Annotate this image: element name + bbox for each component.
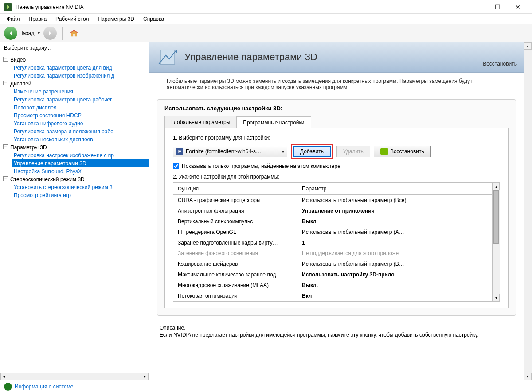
table-row[interactable]: Максимальное количество заранее под…Испо… (173, 269, 492, 280)
forward-button[interactable] (43, 27, 57, 40)
cell-parameter: Использовать глобальный параметр (В… (297, 259, 492, 269)
toolbar-divider (62, 27, 63, 40)
close-button[interactable]: ✕ (508, 0, 528, 14)
tree-item[interactable]: Поворот дисплея (12, 104, 149, 112)
restore-button[interactable]: Восстановить (374, 146, 431, 157)
description-block: Описание. Если NVIDIA не предлагает наст… (149, 319, 524, 343)
table-row[interactable]: Вертикальный синхроимпульсВыкл (173, 216, 492, 227)
content-scroll-track[interactable] (524, 50, 532, 373)
page-header: Управление параметрами 3D Восстановить (149, 42, 524, 73)
table-row[interactable]: CUDA - графические процессорыИспользоват… (173, 195, 492, 206)
show-only-checkbox[interactable] (173, 163, 179, 169)
tree-toggle[interactable]: − (3, 57, 8, 62)
table-row[interactable]: Многокадровое сглаживание (MFAA)Выкл. (173, 280, 492, 291)
scroll-down-arrow[interactable]: ▾ (493, 294, 500, 301)
tree-item[interactable]: Установка нескольких дисплеев (12, 136, 149, 144)
menu-params3d[interactable]: Параметры 3D (93, 15, 139, 23)
description-body: Если NVIDIA не предлагает настройки для … (160, 332, 513, 338)
scroll-left-arrow[interactable]: ◂ (0, 373, 8, 380)
menu-help[interactable]: Справка (139, 15, 168, 23)
scroll-thumb[interactable] (493, 190, 499, 244)
settings-box-title: Использовать следующие настройки 3D: (164, 105, 509, 112)
col-header-parameter[interactable]: Параметр (297, 183, 492, 194)
settings-table-main: Функция Параметр CUDA - графические проц… (173, 183, 492, 301)
tree-toggle[interactable]: − (3, 176, 8, 181)
cell-function: Вертикальный синхроимпульс (173, 216, 297, 227)
page-title: Управление параметрами 3D (184, 51, 483, 63)
menu-desktop[interactable]: Рабочий стол (51, 15, 93, 23)
tree-item[interactable]: Просмотр состояния HDCP (12, 112, 149, 120)
back-dropdown-arrow[interactable]: ▾ (36, 31, 42, 35)
menubar: Файл Правка Рабочий стол Параметры 3D Сп… (0, 14, 532, 24)
tab-program[interactable]: Программные настройки (236, 116, 311, 128)
cell-function: Затенение фонового освещения (173, 248, 297, 259)
cell-function: Максимальное количество заранее под… (173, 269, 297, 280)
content-scroll-up[interactable]: ▴ (524, 42, 532, 50)
page-description: Глобальные параметры 3D можно заменить и… (149, 73, 524, 96)
tree-group: −ДисплейИзменение разрешенияРегулировка … (0, 80, 149, 144)
step2-label: 2. Укажите настройки для этой программы: (173, 174, 500, 180)
remove-button: Удалить (336, 146, 370, 157)
tree-item[interactable]: Изменение разрешения (12, 88, 149, 96)
scroll-track[interactable] (8, 373, 141, 380)
cell-parameter: Вкл (297, 291, 492, 301)
system-info-link[interactable]: Информация о системе (15, 384, 73, 390)
tree-toggle[interactable]: − (3, 144, 8, 149)
program-row: F Fortnite (fortniteclient-win64-s… ▾ До… (173, 144, 500, 159)
description-title: Описание. (160, 325, 513, 331)
home-button[interactable] (68, 27, 80, 39)
restore-link[interactable]: Восстановить (483, 61, 517, 69)
menu-edit[interactable]: Правка (24, 15, 51, 23)
main: Выберите задачу... −ВидеоРегулировка пар… (0, 42, 532, 380)
cell-function: Кэширование шейдеров (173, 259, 297, 269)
cell-parameter: Управление от приложения (297, 206, 492, 216)
add-button[interactable]: Добавить (293, 146, 331, 157)
table-row[interactable]: Заранее подготовленные кадры вирту…1 (173, 237, 492, 248)
minimize-button[interactable]: — (467, 0, 487, 14)
cell-parameter: Использовать глобальный параметр (A… (297, 227, 492, 237)
menu-file[interactable]: Файл (2, 15, 24, 23)
scroll-track[interactable] (493, 244, 500, 294)
tree-group-label[interactable]: Дисплей (0, 80, 149, 88)
col-header-function[interactable]: Функция (173, 183, 297, 194)
back-button[interactable] (4, 27, 17, 40)
sidebar-h-scrollbar: ◂ ▸ (0, 373, 149, 380)
tree-toggle[interactable]: − (3, 81, 8, 85)
cell-function: Анизотропная фильтрация (173, 206, 297, 216)
tree-group-label[interactable]: Стереоскопический режим 3D (0, 175, 149, 183)
tree-group-label[interactable]: Параметры 3D (0, 144, 149, 151)
tree-item[interactable]: Регулировка настроек изображения с пр (12, 151, 149, 159)
content: Управление параметрами 3D Восстановить Г… (149, 42, 532, 380)
tree-item[interactable]: Регулировка размера и положения рабо (12, 128, 149, 136)
tree-item[interactable]: Регулировка параметров цвета для вид (12, 64, 149, 72)
tree-item[interactable]: Регулировка параметров изображения д (12, 72, 149, 80)
chevron-down-icon: ▾ (282, 149, 284, 154)
table-row[interactable]: Затенение фонового освещенияНе поддержив… (173, 248, 492, 259)
tree-group-label[interactable]: Видео (0, 56, 149, 64)
cell-parameter: Не поддерживается для этого приложе (297, 248, 492, 259)
program-selected-text: Fortnite (fortniteclient-win64-s… (186, 148, 282, 155)
statusbar: Информация о системе (0, 380, 532, 392)
tree-item[interactable]: Установка цифрового аудио (12, 120, 149, 128)
program-select[interactable]: F Fortnite (fortniteclient-win64-s… ▾ (173, 146, 287, 157)
tree-item[interactable]: Регулировка параметров цвета рабочег (12, 96, 149, 104)
table-row[interactable]: ГП рендеринга OpenGLИспользовать глобаль… (173, 227, 492, 237)
table-row[interactable]: Потоковая оптимизацияВкл (173, 291, 492, 301)
content-scroll-down[interactable]: ▾ (524, 373, 532, 380)
scroll-up-arrow[interactable]: ▴ (493, 183, 500, 190)
tree-item[interactable]: Настройка Surround, PhysX (12, 167, 149, 175)
svg-rect-2 (8, 386, 8, 388)
cell-parameter: Выкл (297, 216, 492, 227)
tree-item[interactable]: Управление параметрами 3D (12, 159, 149, 167)
tab-global[interactable]: Глобальные параметры (164, 116, 237, 128)
maximize-button[interactable]: ☐ (487, 0, 508, 14)
scroll-right-arrow[interactable]: ▸ (141, 373, 149, 380)
show-only-label: Показывать только программы, найденные н… (182, 163, 340, 169)
tree-item[interactable]: Просмотр рейтинга игр (12, 191, 149, 199)
table-row[interactable]: Анизотропная фильтрацияУправление от при… (173, 206, 492, 216)
tree-group: −ВидеоРегулировка параметров цвета для в… (0, 56, 149, 80)
tree-item[interactable]: Установить стереоскопический режим 3 (12, 183, 149, 191)
settings-table: Функция Параметр CUDA - графические проц… (173, 182, 500, 302)
table-row[interactable]: Кэширование шейдеровИспользовать глобаль… (173, 259, 492, 269)
task-tree: −ВидеоРегулировка параметров цвета для в… (0, 54, 149, 373)
